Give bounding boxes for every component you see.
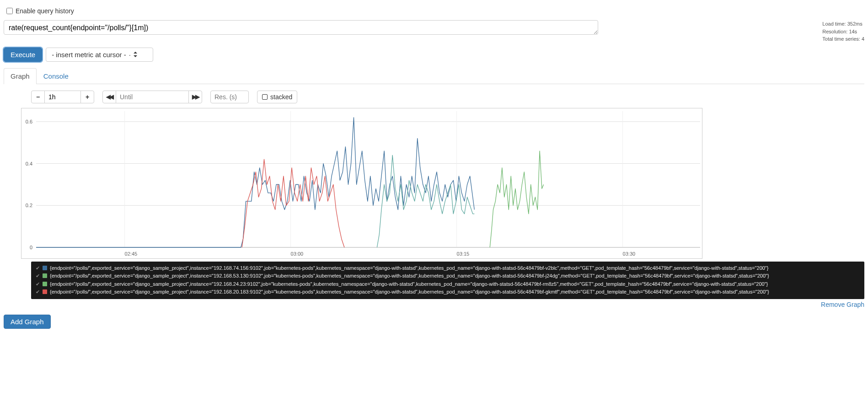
color-swatch (43, 266, 47, 270)
execute-button[interactable]: Execute (4, 48, 42, 62)
enable-history-label: Enable query history (16, 7, 74, 15)
svg-text:03:00: 03:00 (291, 251, 304, 257)
legend-box: ✔{endpoint="/polls/",exported_service="d… (31, 262, 864, 299)
metric-dropdown[interactable]: - insert metric at cursor - · (46, 48, 153, 62)
query-input[interactable]: rate(request_count{endpoint="/polls/"}[1… (4, 20, 598, 35)
range-group: − + (31, 91, 94, 103)
legend-row[interactable]: ✔{endpoint="/polls/",exported_service="d… (36, 288, 860, 296)
query-stats: Load time: 352ms Resolution: 14s Total t… (822, 20, 864, 43)
resolution-input[interactable] (210, 91, 249, 103)
check-icon: ✔ (36, 272, 40, 280)
color-swatch (43, 282, 47, 286)
double-chevron-left-icon: ◀◀ (106, 93, 113, 100)
legend-label: {endpoint="/polls/",exported_service="dj… (50, 264, 768, 273)
range-increase-button[interactable]: + (80, 91, 94, 103)
legend-row[interactable]: ✔{endpoint="/polls/",exported_service="d… (36, 280, 860, 289)
svg-text:0.4: 0.4 (26, 161, 32, 166)
stacked-toggle[interactable]: stacked (257, 91, 297, 103)
legend-label: {endpoint="/polls/",exported_service="dj… (50, 280, 768, 289)
double-chevron-right-icon: ▶▶ (192, 93, 198, 100)
until-back-button[interactable]: ◀◀ (102, 91, 116, 103)
svg-text:03:15: 03:15 (457, 251, 470, 257)
metric-dropdown-label: - insert metric at cursor - (52, 51, 126, 59)
resolution-group (210, 91, 249, 103)
legend-label: {endpoint="/polls/",exported_service="dj… (50, 288, 769, 296)
until-group: ◀◀ ▶▶ (102, 91, 202, 103)
remove-graph-link[interactable]: Remove Graph (4, 301, 864, 308)
stat-total-series: Total time series: 4 (822, 35, 864, 43)
tab-console[interactable]: Console (37, 68, 75, 84)
checkbox-empty-icon (262, 94, 268, 100)
until-forward-button[interactable]: ▶▶ (188, 91, 202, 103)
tab-graph[interactable]: Graph (4, 68, 37, 84)
color-swatch (43, 289, 47, 294)
stat-resolution: Resolution: 14s (822, 28, 864, 36)
enable-history-checkbox[interactable] (6, 8, 13, 14)
svg-text:02:45: 02:45 (125, 251, 138, 257)
check-icon: ✔ (36, 288, 40, 296)
check-icon: ✔ (36, 280, 40, 289)
stacked-label: stacked (270, 93, 292, 101)
range-input[interactable] (44, 91, 81, 103)
legend-row[interactable]: ✔{endpoint="/polls/",exported_service="d… (36, 272, 860, 280)
svg-text:0.2: 0.2 (26, 203, 32, 208)
stat-load-time: Load time: 352ms (822, 20, 864, 28)
svg-text:0.6: 0.6 (26, 118, 32, 124)
check-icon: ✔ (36, 264, 40, 273)
legend-label: {endpoint="/polls/",exported_service="dj… (50, 272, 769, 280)
svg-text:0: 0 (30, 245, 32, 250)
until-input[interactable] (116, 91, 189, 103)
color-swatch (43, 273, 47, 278)
time-series-chart[interactable]: 00.20.40.602:4503:0003:1503:30 (21, 108, 702, 259)
range-decrease-button[interactable]: − (31, 91, 45, 103)
legend-row[interactable]: ✔{endpoint="/polls/",exported_service="d… (36, 264, 860, 273)
svg-text:03:30: 03:30 (623, 251, 636, 257)
add-graph-button[interactable]: Add Graph (4, 315, 51, 329)
